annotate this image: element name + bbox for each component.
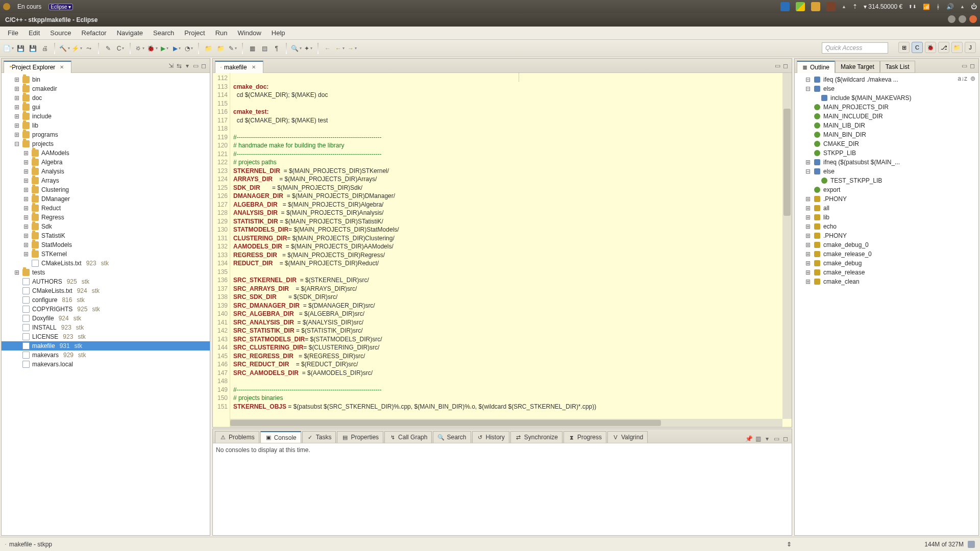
editor-body[interactable]: 1121131141151161171181191201211221231241… [213,73,792,427]
outline-item[interactable]: STKPP_LIB [795,148,978,158]
code-line[interactable]: # projects paths [233,158,789,167]
tree-item[interactable]: gui [2,103,210,112]
view-menu-icon[interactable]: ▾ [183,62,191,70]
tray-icon-updates[interactable] [852,3,857,10]
apps-icon[interactable] [3,3,10,10]
bottom-tab-properties[interactable]: ▤Properties [337,431,383,443]
twisty-icon[interactable] [14,122,20,129]
perspective-resource[interactable]: 📁 [951,42,963,53]
code-line[interactable]: SRC_CLUSTERING_DIR= $(CLUSTERING_DIR)src… [233,343,789,352]
code-line[interactable]: STATISTIK_DIR = $(MAIN_PROJECTS_DIR)STat… [233,217,789,226]
code-line[interactable]: cd $(CMAKE_DIR); $(MAKE) doc [233,91,789,99]
code-line[interactable]: SRC_AAMODELS_DIR = $(AAMODELS_DIR)src/ [233,369,789,378]
task-list-tab[interactable]: Task List [880,61,915,73]
code-line[interactable]: REDUCT_DIR = $(MAIN_PROJECTS_DIR)Reduct/ [233,259,789,268]
tree-item[interactable]: makevars929stk [2,350,210,360]
outline-item[interactable]: echo [795,222,978,231]
code-line[interactable]: cmake_doc: [233,83,789,91]
tree-item[interactable]: bin [2,75,210,84]
twisty-icon[interactable] [805,223,811,230]
tree-item[interactable]: programs [2,130,210,139]
build-project-button[interactable] [71,43,82,54]
bottom-tab-search[interactable]: 🔍Search [433,431,471,443]
tray-icon-wifi[interactable] [923,4,930,10]
horizontal-scrollbar[interactable] [230,419,782,427]
outline-item[interactable]: cmake_debug [795,259,978,268]
outline-item[interactable]: else [795,84,978,93]
twisty-icon[interactable] [23,214,29,221]
tree-item[interactable]: Algebra [2,158,210,167]
search-button[interactable] [291,43,301,54]
tree-item[interactable]: Doxyfile924stk [2,314,210,323]
outline-item[interactable]: CMAKE_DIR [795,139,978,148]
save-button[interactable] [15,43,26,54]
outline-item[interactable]: lib [795,213,978,222]
twisty-icon[interactable] [23,251,29,258]
maximize-icon[interactable] [781,435,790,443]
menu-navigate[interactable]: Navigate [112,28,148,38]
twisty-icon[interactable] [805,85,811,92]
tree-item[interactable]: CMakeLists.txt924stk [2,286,210,295]
editor-tab[interactable]: makefile [215,61,263,73]
maximize-icon[interactable] [200,62,208,70]
outline-item[interactable]: cmake_clean [795,277,978,286]
twisty-icon[interactable] [23,223,29,230]
twisty-icon[interactable] [14,131,20,138]
code-line[interactable]: #---------------------------------------… [233,386,789,394]
tray-icon-windows[interactable] [796,2,805,11]
twisty-icon[interactable] [14,104,20,111]
code-line[interactable]: SRC_ALGEBRA_DIR = $(ALGEBRA_DIR)src/ [233,310,789,318]
tree-item[interactable]: cmakedir [2,84,210,93]
code-line[interactable]: STATMODELS_DIR= $(MAIN_PROJECTS_DIR)Stat… [233,226,789,234]
tree-item[interactable]: Arrays [2,176,210,185]
code-area[interactable]: cmake_doc: cd $(CMAKE_DIR); $(MAKE) docc… [230,73,792,427]
tree-item[interactable]: AAModels [2,148,210,158]
outline-item[interactable]: .PHONY [795,194,978,204]
tree-item[interactable]: tests [2,268,210,277]
minimize-icon[interactable] [191,62,200,70]
code-line[interactable]: DMANAGER_DIR = $(MAIN_PROJECTS_DIR)DMana… [233,192,789,201]
menu-help[interactable]: Help [267,28,290,38]
outline-item[interactable]: .PHONY [795,231,978,240]
code-line[interactable]: SRC_DMANAGER_DIR = $(DMANAGER_DIR)src/ [233,302,789,310]
code-line[interactable]: # handmade make for building the library [233,141,789,150]
open-project-button[interactable] [215,43,226,54]
build-button[interactable] [59,43,69,54]
code-line[interactable]: SRC_SDK_DIR = $(SDK_DIR)src/ [233,293,789,302]
link-editor-icon[interactable]: ⇆ [175,62,183,70]
outline-item[interactable]: ifneq ($(patsubst $(MAIN_... [795,158,978,167]
outline-tree[interactable]: a↓z ⊚ ifeq ($(wildcard ./makeva ...elsei… [795,73,978,535]
tree-item[interactable]: Reduct [2,204,210,213]
code-line[interactable]: CLUSTERING_DIR= $(MAIN_PROJECTS_DIR)Clus… [233,234,789,243]
twisty-icon[interactable] [805,159,811,166]
tree-item[interactable]: Sdk [2,222,210,231]
tray-icon-browser[interactable] [780,2,790,11]
panel-item-eclipse[interactable]: Eclipse ▾ [48,4,73,10]
make-target-tab[interactable]: Make Target [835,61,880,73]
tree-item[interactable]: Clustering [2,185,210,194]
menu-source[interactable]: Source [45,28,76,38]
twisty-icon[interactable] [23,205,29,212]
gc-icon[interactable] [968,541,975,548]
twisty-icon[interactable] [14,85,20,92]
tree-item[interactable]: doc [2,93,210,103]
close-icon[interactable] [58,63,66,71]
bottom-tab-console[interactable]: ▣Console [260,431,301,443]
outline-item[interactable]: cmake_release [795,268,978,277]
code-line[interactable]: ALGEBRA_DIR = $(MAIN_PROJECTS_DIR)Algebr… [233,201,789,209]
project-explorer-tab[interactable]: Project Explorer [4,61,71,73]
skip-build-button[interactable]: ⤳ [84,43,94,54]
tray-icon-app[interactable] [826,2,836,11]
twisty-icon[interactable] [805,251,811,258]
outline-item[interactable]: TEST_STKPP_LIB [795,176,978,185]
run-external-button[interactable] [172,43,182,54]
bottom-tab-synchronize[interactable]: ⇄Synchronize [510,431,562,443]
code-line[interactable]: SRC_STATISTIK_DIR = $(STATISTIK_DIR)src/ [233,327,789,335]
window-minimize-button[interactable] [948,15,955,23]
open-perspective-button[interactable]: ⊞ [898,42,910,53]
vertical-scrollbar[interactable] [782,73,792,419]
perspective-git[interactable]: ⎇ [938,42,949,53]
toggle-mark-button[interactable]: ▦ [247,43,257,54]
perspective-java[interactable]: J [965,42,976,53]
code-line[interactable]: #---------------------------------------… [233,150,789,159]
